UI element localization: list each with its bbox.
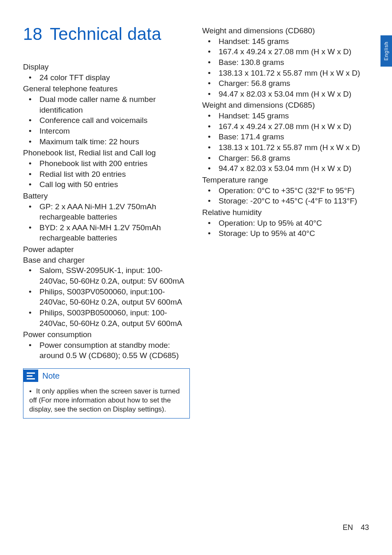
list-item: Phonebook list with 200 entries xyxy=(39,158,190,169)
list-item: 138.13 x 101.72 x 55.87 mm (H x W x D) xyxy=(219,68,369,79)
bullet-list: Operation: Up to 95% at 40°CStorage: Up … xyxy=(202,218,369,239)
bullet-list: Handset: 145 grams167.4 x 49.24 x 27.08 … xyxy=(202,111,369,174)
chapter-title: Technical data xyxy=(50,24,161,44)
list-item: Handset: 145 grams xyxy=(219,111,369,121)
list-item: Power consumption at standby mode: aroun… xyxy=(39,340,190,361)
section-heading: Weight and dimensions (CD685) xyxy=(202,100,369,111)
footer-page-number: 43 xyxy=(361,523,369,532)
page-footer: EN 43 xyxy=(343,523,369,532)
list-item: Operation: 0°C to +35°C (32°F to 95°F) xyxy=(219,185,369,196)
list-item: Call log with 50 entries xyxy=(39,179,190,190)
section-subline: Base and charger xyxy=(23,255,190,266)
section-heading: Weight and dimensions (CD680) xyxy=(202,25,369,36)
section-heading: General telephone features xyxy=(23,83,190,94)
section-heading: Relative humidity xyxy=(202,207,369,218)
list-item: Salom, SSW-2095UK-1, input: 100-240Vac, … xyxy=(39,265,190,286)
footer-lang: EN xyxy=(343,523,353,532)
bullet-list: Dual mode caller name & number identific… xyxy=(23,94,190,147)
list-item: Handset: 145 grams xyxy=(219,36,369,47)
list-item: Base: 130.8 grams xyxy=(219,57,369,68)
list-item: 138.13 x 101.72 x 55.87 mm (H x W x D) xyxy=(219,142,369,153)
page-content: 18 Technical data Display24 color TFT di… xyxy=(0,0,392,435)
chapter-number: 18 xyxy=(23,25,45,44)
bullet-list: Phonebook list with 200 entriesRedial li… xyxy=(23,158,190,190)
section-heading: Temperature range xyxy=(202,175,369,185)
list-item: Maximum talk time: 22 hours xyxy=(39,136,190,147)
side-tab-label: English xyxy=(383,42,389,60)
list-item: GP: 2 x AAA Ni-MH 1.2V 750mAh rechargeab… xyxy=(39,201,190,222)
section-heading: Battery xyxy=(23,191,190,201)
list-item: Philips, S003PV0500060, input:100-240Vac… xyxy=(39,287,190,308)
list-item: 24 color TFT display xyxy=(39,72,190,83)
list-item: Storage: Up to 95% at 40°C xyxy=(219,228,369,239)
section-heading: Display xyxy=(23,62,190,72)
list-item: Operation: Up to 95% at 40°C xyxy=(219,218,369,229)
list-item: Conference call and voicemails xyxy=(39,115,190,126)
left-column: 18 Technical data Display24 color TFT di… xyxy=(23,25,190,419)
list-item: 94.47 x 82.03 x 53.04 mm (H x W x D) xyxy=(219,163,369,174)
list-item: Redial list with 20 entries xyxy=(39,169,190,180)
list-item: Philips, S003PB0500060, input: 100-240Va… xyxy=(39,308,190,328)
list-item: 167.4 x 49.24 x 27.08 mm (H x W x D) xyxy=(219,46,369,57)
list-item: 167.4 x 49.24 x 27.08 mm (H x W x D) xyxy=(219,121,369,132)
list-item: Base: 171.4 grams xyxy=(219,132,369,142)
language-side-tab: English xyxy=(380,35,392,67)
list-item: 94.47 x 82.03 x 53.04 mm (H x W x D) xyxy=(219,89,369,99)
note-body: • It only applies when the screen saver … xyxy=(23,384,189,418)
section-heading: Power consumption xyxy=(23,329,190,340)
list-item: Intercom xyxy=(39,126,190,136)
list-item: Charger: 56.8 grams xyxy=(219,78,369,89)
note-title: Note xyxy=(42,371,60,381)
section-heading: Phonebook list, Redial list and Call log xyxy=(23,148,190,158)
bullet-list: GP: 2 x AAA Ni-MH 1.2V 750mAh rechargeab… xyxy=(23,201,190,244)
bullet-list: 24 color TFT display xyxy=(23,72,190,83)
list-item: Storage: -20°C to +45°C (-4°F to 113°F) xyxy=(219,196,369,206)
bullet-list: Operation: 0°C to +35°C (32°F to 95°F)St… xyxy=(202,185,369,206)
list-item: Dual mode caller name & number identific… xyxy=(39,94,190,115)
note-icon xyxy=(23,370,38,382)
list-item: BYD: 2 x AAA Ni-MH 1.2V 750mAh rechargea… xyxy=(39,222,190,243)
page-title: 18 Technical data xyxy=(23,25,190,44)
list-item: Charger: 56.8 grams xyxy=(219,153,369,164)
note-text: It only applies when the screen saver is… xyxy=(29,387,180,413)
bullet-list: Salom, SSW-2095UK-1, input: 100-240Vac, … xyxy=(23,265,190,328)
note-box: Note • It only applies when the screen s… xyxy=(23,368,190,419)
bullet-list: Power consumption at standby mode: aroun… xyxy=(23,340,190,361)
section-heading: Power adapter xyxy=(23,244,190,255)
right-column: Weight and dimensions (CD680)Handset: 14… xyxy=(202,25,369,419)
bullet-list: Handset: 145 grams167.4 x 49.24 x 27.08 … xyxy=(202,36,369,99)
note-header: Note xyxy=(23,369,189,384)
